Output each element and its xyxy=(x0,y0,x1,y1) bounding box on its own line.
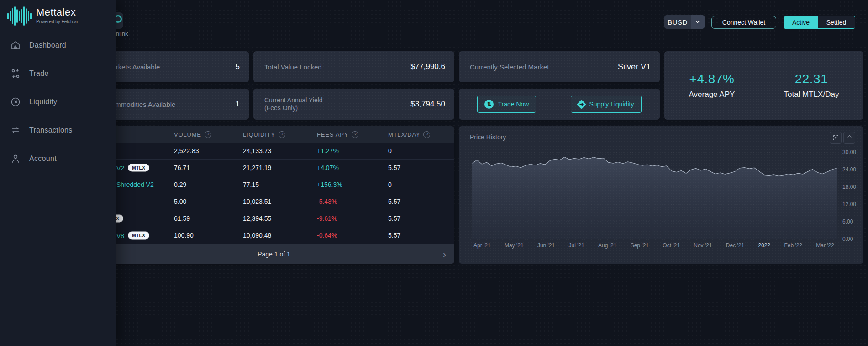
fees-apy-cell: -5.43% xyxy=(317,198,388,205)
page-indicator: Page 1 of 1 xyxy=(258,250,290,258)
liquidity-cell: 10,090.48 xyxy=(243,232,317,239)
volume-cell: 76.71 xyxy=(174,164,243,171)
chart-reset-zoom-button[interactable] xyxy=(830,132,842,144)
sidebar-item-liquidity[interactable]: Liquidity xyxy=(0,93,116,111)
commodities-available-card: Commodities Available 1 xyxy=(94,89,249,120)
fees-apy-cell: -9.61% xyxy=(317,215,388,222)
home-icon xyxy=(10,40,21,51)
toggle-settled[interactable]: Settled xyxy=(818,16,855,28)
next-page-icon[interactable]: › xyxy=(443,250,446,259)
brand-logo: Mettalex Powered by Fetch.ai xyxy=(0,0,116,26)
table-row[interactable]: 2,522.8324,133.73+1.27%0 xyxy=(94,143,454,160)
liquidity-cell: 24,133.73 xyxy=(243,147,317,154)
help-icon[interactable]: ? xyxy=(279,131,285,138)
annual-yield-value: $3,794.50 xyxy=(410,100,445,109)
x-tick-label: Nov '21 xyxy=(694,242,712,249)
table-row[interactable]: Shredded V20.2977.15+156.3%0 xyxy=(94,176,454,193)
sidebar-item-dashboard[interactable]: Dashboard xyxy=(0,37,116,54)
mtlx-day-header: MTLX/DAY xyxy=(388,131,420,138)
fees-apy-header: FEES APY xyxy=(317,131,348,138)
y-tick-label: 0.00 xyxy=(842,236,863,242)
volume-cell: 5.00 xyxy=(174,198,243,205)
tvl-label: Total Value Locked xyxy=(264,63,322,71)
markets-available-card: Markets Available 5 xyxy=(94,51,249,82)
mtlx-day-cell: 0 xyxy=(388,181,454,188)
total-mtlx-label: Total MTLX/Day xyxy=(784,90,839,99)
liquidity-cell: 12,394.55 xyxy=(243,215,317,222)
x-tick-label: May '21 xyxy=(505,242,524,249)
volume-cell: 2,522.83 xyxy=(174,147,243,154)
fees-apy-cell: -0.64% xyxy=(317,232,388,239)
toggle-active[interactable]: Active xyxy=(784,16,818,28)
quick-actions-card: ⇅ Trade Now ➜ Supply Liquidity xyxy=(459,89,660,120)
market-name[interactable]: V2 xyxy=(116,164,124,171)
mtlx-day-cell: 5.57 xyxy=(388,232,454,239)
x-tick-label: Apr '21 xyxy=(473,242,491,249)
brand-tagline: Powered by Fetch.ai xyxy=(36,19,78,24)
price-history-card: Price History 30.0024.0018.0012.006.000.… xyxy=(459,126,863,264)
average-apy-value: +4.87% xyxy=(689,72,735,86)
apy-summary-card: +4.87% Average APY 22.31 Total MTLX/Day xyxy=(664,51,863,120)
help-icon[interactable]: ? xyxy=(352,131,358,138)
sidebar-item-transactions[interactable]: Transactions xyxy=(0,122,116,139)
x-tick-label: Dec '21 xyxy=(726,242,744,249)
y-tick-label: 24.00 xyxy=(842,166,863,173)
x-tick-label: Oct '21 xyxy=(663,242,680,249)
trade-swap-icon xyxy=(10,68,21,79)
sidebar-item-account[interactable]: Account xyxy=(0,150,116,167)
chart-title: Price History xyxy=(470,133,506,141)
price-chart-canvas[interactable] xyxy=(466,149,838,240)
supply-liquidity-button[interactable]: ➜ Supply Liquidity xyxy=(571,96,641,113)
volume-cell: 100.90 xyxy=(174,232,243,239)
trade-now-button[interactable]: ⇅ Trade Now xyxy=(477,96,536,113)
y-tick-label: 30.00 xyxy=(842,149,863,155)
liquidity-cell: 10,023.51 xyxy=(243,198,317,205)
chart-x-axis: Apr '21May '21Jun '21Jul '21Aug '21Sep '… xyxy=(473,242,834,249)
sidebar-item-label: Liquidity xyxy=(29,98,57,106)
commodities-available-value: 1 xyxy=(236,100,240,109)
currency-value: BUSD xyxy=(664,15,691,29)
y-tick-label: 12.00 xyxy=(842,201,863,208)
market-name[interactable]: Shredded V2 xyxy=(116,181,154,188)
selected-market-card: Currently Selected Market Silver V1 xyxy=(459,51,660,82)
x-tick-label: Sep '21 xyxy=(631,242,649,249)
focus-icon xyxy=(832,134,839,141)
x-tick-label: Aug '21 xyxy=(598,242,616,249)
fees-apy-cell: +1.27% xyxy=(317,147,388,154)
mettalex-logo-icon xyxy=(7,6,32,26)
volume-header: VOLUME xyxy=(174,131,201,138)
mtlx-day-cell: 5.57 xyxy=(388,164,454,171)
fees-apy-cell: +4.07% xyxy=(317,164,388,171)
table-header-row: VOLUME? LIQUIDITY? FEES APY? MTLX/DAY? xyxy=(94,126,454,143)
sidebar-item-trade[interactable]: Trade xyxy=(0,65,116,82)
table-row[interactable]: V8MTLX100.9010,090.48-0.64%5.57 xyxy=(94,227,454,244)
sidebar-item-label: Transactions xyxy=(29,126,73,134)
help-icon[interactable]: ? xyxy=(205,131,211,138)
supply-diamond-icon: ➜ xyxy=(577,99,586,109)
average-apy-label: Average APY xyxy=(689,90,735,99)
market-state-toggle: Active Settled xyxy=(784,16,855,29)
markets-table: VOLUME? LIQUIDITY? FEES APY? MTLX/DAY? 2… xyxy=(94,126,454,264)
mtlx-day-cell: 5.57 xyxy=(388,215,454,222)
connect-wallet-button[interactable]: Connect Wallet xyxy=(711,16,776,29)
help-icon[interactable]: ? xyxy=(423,131,430,138)
dashboard-page: Chainlink Mettalex Powered by Fetch.ai D… xyxy=(0,0,868,346)
sidebar-menu: Dashboard Trade Liquidity Transactions A… xyxy=(0,37,116,167)
market-name[interactable]: V8 xyxy=(116,232,124,239)
sidebar: Mettalex Powered by Fetch.ai Dashboard T… xyxy=(0,0,116,346)
x-tick-label: Jun '21 xyxy=(537,242,555,249)
table-row[interactable]: MTLX61.5912,394.55-9.61%5.57 xyxy=(94,210,454,227)
mtlx-badge: MTLX xyxy=(128,232,149,240)
x-tick-label: Feb '22 xyxy=(784,242,802,249)
chart-home-button[interactable] xyxy=(843,132,855,144)
commodities-available-label: Commodities Available xyxy=(106,101,175,108)
sidebar-item-label: Account xyxy=(29,154,57,163)
table-row[interactable]: 5.0010,023.51-5.43%5.57 xyxy=(94,193,454,210)
account-person-icon xyxy=(10,153,21,164)
table-row[interactable]: V2MTLX76.7121,271.19+4.07%5.57 xyxy=(94,160,454,176)
fees-apy-cell: +156.3% xyxy=(317,181,388,188)
liquidity-gauge-icon xyxy=(10,96,21,107)
currency-select[interactable]: BUSD xyxy=(664,15,705,29)
y-tick-label: 18.00 xyxy=(842,184,863,190)
mtlx-day-cell: 0 xyxy=(388,147,454,154)
